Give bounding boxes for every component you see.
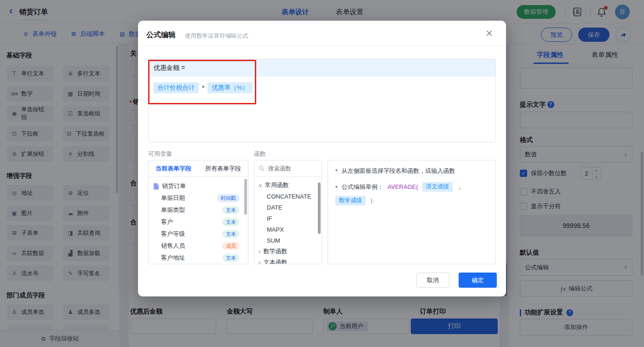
variable-row[interactable]: 单据类型 文本 bbox=[153, 204, 243, 216]
confirm-label: 确定 bbox=[472, 276, 484, 284]
function-item[interactable]: IF bbox=[259, 213, 317, 224]
variable-type-badge: 时间戳 bbox=[217, 194, 240, 202]
help-line-2: • 公式编辑举例： AVERAGE( 语文成绩 ， 数学成绩 ） bbox=[335, 182, 488, 205]
function-item[interactable]: DATE bbox=[259, 202, 317, 213]
variable-type-badge: 文本 bbox=[222, 206, 240, 214]
variable-row[interactable]: 客户地址 文本 bbox=[153, 252, 243, 264]
variables-label: 可用变量 bbox=[148, 150, 172, 158]
variables-panel: 当前表单字段 所有表单字段 销货订单 单据日期 时间戳 单据类型 文本 客户 bbox=[148, 160, 248, 264]
function-group-label: 常用函数 bbox=[265, 181, 289, 189]
function-name: SUM bbox=[267, 237, 280, 244]
function-search-input[interactable] bbox=[267, 165, 313, 172]
app-root: ‹ 销货订单 表单设计 表单设置 数据管理 存 ⊘ 表单外链 ⊠ 后端脚本 ▤ … bbox=[0, 0, 644, 347]
modal-subtitle: 使用数学运算符编辑公式 bbox=[185, 32, 248, 40]
variable-type-badge: 文本 bbox=[222, 254, 240, 262]
annotation-highlight bbox=[148, 60, 256, 104]
variable-row[interactable]: 销售人员 成员 bbox=[153, 240, 243, 252]
chevron-right-icon: › bbox=[259, 248, 261, 255]
function-name: MAPX bbox=[267, 226, 284, 233]
help-example-chip: 语文成绩 bbox=[422, 182, 453, 192]
variables-root-row[interactable]: 销货订单 bbox=[153, 180, 243, 192]
modal-header-divider bbox=[138, 46, 506, 46]
variable-type-badge: 文本 bbox=[222, 218, 240, 226]
help-example-comma: ， bbox=[457, 183, 463, 191]
variable-row[interactable]: 单据日期 时间戳 bbox=[153, 192, 243, 204]
functions-scrollbar-thumb[interactable] bbox=[318, 182, 321, 234]
help-example-prefix: 公式编辑举例： bbox=[342, 183, 384, 191]
variables-scrollbar-thumb[interactable] bbox=[244, 179, 247, 215]
function-search-row bbox=[254, 160, 322, 177]
close-icon[interactable]: × bbox=[486, 26, 493, 40]
variable-row[interactable]: 客户 文本 bbox=[153, 216, 243, 228]
variable-name: 单据类型 bbox=[161, 206, 185, 214]
tab-current-form-fields[interactable]: 当前表单字段 bbox=[149, 160, 198, 176]
variables-root-label: 销货订单 bbox=[162, 182, 186, 190]
cancel-label: 取消 bbox=[427, 276, 439, 284]
help-text: 从左侧面板选择字段名和函数，或输入函数 bbox=[342, 167, 455, 175]
bullet-icon: • bbox=[335, 183, 338, 190]
functions-panel: ∨ 常用函数 CONCATENATE DATE IF MAPX SUM › 数学… bbox=[254, 160, 322, 264]
bullet-icon: • bbox=[335, 167, 338, 175]
help-line-1: • 从左侧面板选择字段名和函数，或输入函数 bbox=[335, 167, 488, 175]
variable-type-badge: 文本 bbox=[222, 230, 240, 238]
function-group-math[interactable]: › 数学函数 bbox=[259, 246, 317, 257]
chevron-right-icon: › bbox=[259, 259, 261, 264]
function-name: IF bbox=[267, 215, 272, 222]
functions-label: 函数 bbox=[254, 150, 266, 158]
help-example-chip: 数学成绩 bbox=[335, 196, 366, 205]
function-group-label: 文本函数 bbox=[264, 258, 288, 264]
confirm-button[interactable]: 确定 bbox=[459, 273, 497, 288]
chevron-down-icon: ∨ bbox=[259, 182, 262, 188]
variable-name: 客户地址 bbox=[161, 254, 185, 262]
variable-row[interactable]: 客户等级 文本 bbox=[153, 228, 243, 240]
tab-all-form-fields[interactable]: 所有表单字段 bbox=[198, 160, 248, 176]
document-icon bbox=[153, 183, 159, 190]
variable-name: 单据日期 bbox=[161, 194, 185, 202]
function-item[interactable]: MAPX bbox=[259, 224, 317, 235]
formula-help-panel: • 从左侧面板选择字段名和函数，或输入函数 • 公式编辑举例： AVERAGE(… bbox=[328, 160, 496, 264]
modal-title: 公式编辑 bbox=[146, 30, 176, 40]
function-item[interactable]: SUM bbox=[259, 235, 317, 246]
function-group-common[interactable]: ∨ 常用函数 bbox=[259, 180, 317, 191]
variable-name: 客户 bbox=[161, 218, 173, 226]
variable-name: 销售人员 bbox=[161, 242, 185, 250]
variables-tabs: 当前表单字段 所有表单字段 bbox=[149, 160, 248, 177]
variable-name: 客户等级 bbox=[161, 230, 185, 238]
search-icon bbox=[259, 165, 264, 171]
function-name: DATE bbox=[267, 204, 282, 211]
formula-editor-modal: 公式编辑 使用数学运算符编辑公式 × 优惠金额 = 合计价税合计 * 优惠率（%… bbox=[138, 21, 506, 296]
cancel-button[interactable]: 取消 bbox=[416, 273, 449, 288]
variable-type-badge: 成员 bbox=[222, 242, 240, 250]
function-name: CONCATENATE bbox=[267, 193, 311, 200]
help-example-close: ） bbox=[370, 197, 376, 205]
function-group-label: 数学函数 bbox=[264, 247, 288, 256]
help-example-function: AVERAGE( bbox=[388, 183, 418, 190]
function-item[interactable]: CONCATENATE bbox=[259, 191, 317, 202]
function-group-text[interactable]: › 文本函数 bbox=[259, 257, 317, 264]
